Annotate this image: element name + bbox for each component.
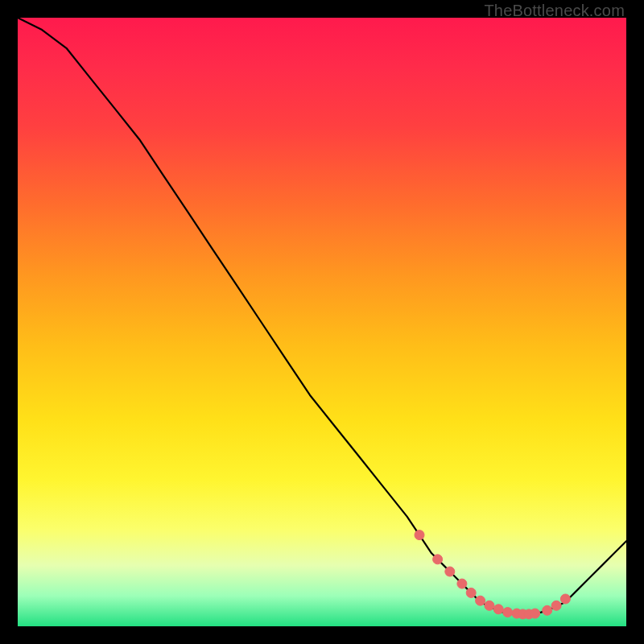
attribution-label: TheBottleneck.com: [484, 2, 625, 20]
highlight-markers: [415, 530, 570, 619]
highlight-marker: [466, 588, 476, 597]
highlight-marker: [457, 579, 467, 588]
highlight-marker: [503, 608, 513, 617]
highlight-marker: [445, 567, 455, 576]
highlight-marker: [415, 530, 424, 540]
highlight-marker: [560, 594, 570, 604]
highlight-marker: [433, 555, 443, 564]
highlight-marker: [476, 596, 485, 605]
highlight-marker: [485, 601, 494, 610]
chart-svg: [18, 18, 626, 626]
chart-plot-area: [18, 18, 626, 626]
bottleneck-curve: [18, 18, 626, 614]
chart-frame: TheBottleneck.com: [0, 0, 644, 644]
highlight-marker: [551, 601, 561, 610]
highlight-marker: [530, 609, 540, 618]
highlight-marker: [493, 605, 503, 614]
highlight-marker: [543, 605, 552, 615]
